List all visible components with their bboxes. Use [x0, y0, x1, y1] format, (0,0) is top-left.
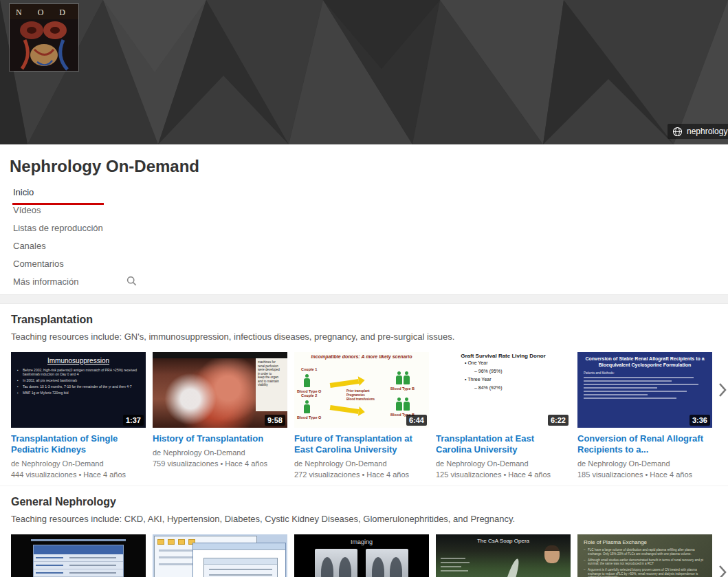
channel-name-badge[interactable]: nephrology — [668, 124, 728, 139]
thumb-diagram-label: Couple 1 — [301, 367, 317, 371]
thumb-slide-bullet: Although small studies earlier demonstra… — [584, 558, 706, 566]
tab-inicio[interactable]: Inicio — [12, 187, 104, 205]
video-shelf: ImmunosuppressionBefore 2002, high-risk … — [11, 352, 728, 479]
thumb-slide-bullet: In 2002, all pts received basiliximab — [23, 378, 140, 382]
arrow-shape — [330, 405, 360, 414]
video-author-link[interactable]: de Nephrology On-Demand — [294, 459, 429, 468]
tab-mas-informacion[interactable]: Más información — [12, 276, 104, 294]
avatar-art: N O D — [10, 4, 78, 71]
duration-badge: 9:58 — [265, 415, 285, 426]
thumb-diagram-label: Blood Type O — [297, 389, 321, 393]
folder-icon — [178, 539, 185, 545]
video-author-link[interactable]: de Nephrology On-Demand — [436, 459, 571, 468]
thumb-art — [584, 394, 648, 395]
thumb-slide-bullet: Tac doses: 10 1-3 months, 7-10 for the r… — [23, 384, 140, 389]
duration-badge: 6:44 — [406, 415, 427, 426]
video-title-link[interactable]: History of Transplantation — [153, 433, 287, 444]
video-views: 185 visualizaciones — [577, 470, 643, 479]
video-title-link[interactable]: Future of Transplantation at East Caroli… — [294, 433, 429, 455]
shelf-next-arrow[interactable] — [718, 382, 727, 401]
person-figure — [396, 371, 402, 385]
thumb-slide-bullet: • One Year — [465, 359, 571, 367]
thumb-slide-bullet: FLC have a large volume of distribution … — [584, 548, 706, 556]
thumb-slide-title: Role of Plasma Exchange — [584, 539, 706, 545]
channel-content: TransplantationTeaching resources includ… — [0, 304, 728, 577]
meta-separator: • — [503, 470, 506, 479]
thumb-diagram-label: Couple 2 — [301, 393, 317, 398]
duration-badge: 1:37 — [123, 415, 144, 426]
video-thumbnail[interactable]: Graft Survival Rate Living Donor• One Ye… — [436, 352, 571, 428]
video-age: Hace 4 años — [83, 470, 126, 479]
person-figure — [404, 371, 410, 385]
video-author-link[interactable]: de Nephrology On-Demand — [153, 448, 287, 457]
meta-separator: • — [362, 470, 364, 479]
person-figure — [396, 398, 402, 411]
video-thumbnail[interactable]: 26:21 — [11, 534, 146, 577]
thumb-art — [153, 352, 287, 358]
thumb-diagram-title: Incompatible donors: A more likely scena… — [294, 354, 429, 359]
thumb-slide-title: Imaging — [294, 538, 429, 545]
shelf-next-arrow[interactable] — [718, 564, 727, 577]
video-thumbnail[interactable]: Incompatible donors: A more likely scena… — [294, 352, 429, 428]
meta-separator: • — [645, 470, 648, 479]
thumb-diagram-factors: Prior transplantPregnanciesBlood transfu… — [346, 389, 375, 402]
channel-banner: N O D nephrology — [0, 0, 728, 144]
video-views: 272 visualizaciones — [294, 470, 360, 479]
video-card: Conversion of Stable Renal Allograft Rec… — [577, 352, 712, 479]
tab-comentarios[interactable]: Comentarios — [12, 259, 104, 276]
channel-tabs-bar: InicioVídeosListas de reproducciónCanale… — [0, 187, 728, 295]
video-thumbnail[interactable]: Imaging21:13 — [294, 534, 429, 577]
video-title-link[interactable]: Conversion of Renal Allograft Recipients… — [577, 433, 712, 455]
video-author-link[interactable]: de Nephrology On-Demand — [577, 459, 712, 468]
chevron-right-icon — [718, 382, 727, 398]
video-card: ImmunosuppressionBefore 2002, high-risk … — [11, 352, 146, 479]
thumb-art — [584, 380, 672, 382]
banner-art — [0, 0, 728, 144]
video-card: The CsA Soap Opera8:07Henoch-Schonlein N… — [436, 534, 571, 577]
channel-search-button[interactable] — [122, 276, 141, 294]
tab-listas-de-reproduccion[interactable]: Listas de reproducción — [12, 223, 104, 241]
video-thumbnail[interactable]: Role of Plasma ExchangeFLC have a large … — [577, 534, 712, 577]
video-thumbnail[interactable]: 1:21:38 — [153, 534, 287, 577]
thumb-art — [441, 570, 468, 571]
video-card: Graft Survival Rate Living Donor• One Ye… — [436, 352, 571, 479]
channel-title: Nephrology On-Demand — [0, 144, 728, 176]
meta-separator: • — [78, 470, 81, 479]
xray-image — [366, 549, 408, 577]
video-views: 125 visualizaciones — [436, 470, 501, 479]
tab-canales[interactable]: Canales — [12, 241, 104, 259]
thumb-art — [34, 545, 123, 554]
video-thumbnail[interactable]: machines forrenal perfusionwere develope… — [153, 352, 287, 428]
video-meta: 444 visualizaciones•Hace 4 años — [11, 470, 146, 479]
video-views: 444 visualizaciones — [11, 470, 76, 479]
video-thumbnail[interactable]: Conversion of Stable Renal Allograft Rec… — [577, 352, 712, 428]
channel-avatar[interactable]: N O D — [10, 4, 78, 71]
thumb-art — [584, 391, 687, 392]
thumb-diagram-label: Blood Type B — [390, 387, 415, 391]
video-meta: 272 visualizaciones•Hace 4 años — [294, 470, 429, 479]
person-figure — [304, 400, 310, 414]
video-title-link[interactable]: Transplantation at East Carolina Univers… — [436, 433, 571, 455]
tab-videos[interactable]: Vídeos — [12, 205, 104, 223]
thumb-slide-bullet: • Three Year — [465, 375, 571, 384]
thumb-art — [584, 398, 676, 399]
slide-content: Role of Plasma ExchangeFLC have a large … — [577, 534, 712, 577]
channel-tabs: InicioVídeosListas de reproducciónCanale… — [12, 187, 122, 294]
person-figure — [404, 398, 410, 411]
video-thumbnail[interactable]: ImmunosuppressionBefore 2002, high-risk … — [11, 352, 146, 428]
video-author-link[interactable]: de Nephrology On-Demand — [11, 459, 146, 468]
xray-images — [294, 549, 429, 577]
video-title-link[interactable]: Transplantation of Single Pediatric Kidn… — [11, 433, 146, 455]
video-age: Hace 4 años — [508, 470, 551, 479]
globe-icon — [672, 127, 683, 137]
video-card: 26:21Board Review: Hypertensionde Nephro… — [11, 534, 146, 577]
thumb-slide-subtitle: Patients and Methods: — [584, 371, 706, 375]
thumb-slide-bullet: Before 2002, high-risk patients(0 antige… — [23, 368, 140, 376]
thumb-art — [500, 558, 521, 577]
video-thumbnail[interactable]: The CsA Soap Opera8:07 — [436, 534, 571, 577]
thumb-panel-text: viability — [258, 383, 285, 387]
video-meta: 125 visualizaciones•Hace 4 años — [436, 470, 571, 479]
header-content-divider — [0, 295, 728, 304]
video-age: Hace 4 años — [366, 470, 409, 479]
person-figure — [304, 374, 310, 388]
